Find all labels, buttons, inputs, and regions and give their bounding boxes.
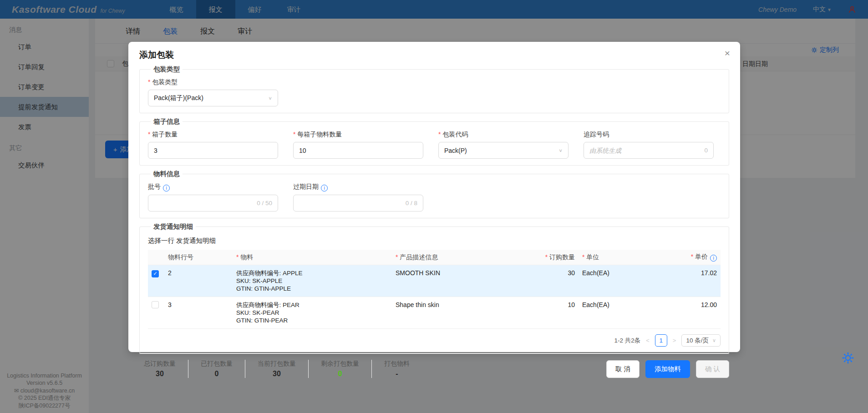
cell-line-number: 2: [164, 265, 233, 297]
select-row-hint: 选择一行 发货通知明细: [148, 237, 721, 245]
floating-settings-button[interactable]: [842, 352, 854, 366]
section-shipment-details-legend: 发货通知明细: [151, 222, 196, 231]
tracking-number-label: 追踪号码: [584, 131, 714, 139]
package-type-select[interactable]: Pack(箱子)(Pack) ∨: [148, 90, 278, 106]
shipment-details-table: 物料行号 物料 产品描述信息 订购数量 单位 单价i ✓ 2 供应商物料编号: …: [148, 250, 721, 329]
cell-line-number: 3: [164, 297, 233, 329]
table-row[interactable]: 3 供应商物料编号: PEAR SKU: SK-PEAR GTIN: GTIN-…: [148, 297, 721, 329]
cell-material: 供应商物料编号: PEAR SKU: SK-PEAR GTIN: GTIN-PE…: [233, 297, 392, 329]
confirm-button[interactable]: 确 认: [696, 360, 729, 378]
package-code-select[interactable]: Pack(P) ∨: [438, 142, 569, 159]
items-per-box-label: 每箱子物料数量: [293, 131, 423, 139]
expiry-counter: 0 / 8: [406, 200, 417, 206]
stat-packed-material: 打包物料 -: [372, 360, 422, 378]
box-count-input[interactable]: [148, 142, 278, 159]
expiry-date-label: 过期日期i: [293, 183, 423, 191]
modal-footer: 总订购数量 30 已打包数量 0 当前打包数量 30 剩余打包数量 0 打包物料…: [139, 353, 729, 378]
cell-qty: 10: [506, 297, 579, 329]
section-box-info-legend: 箱子信息: [151, 117, 183, 126]
section-package-type-legend: 包装类型: [151, 65, 183, 74]
section-package-type: 包装类型 包装类型 Pack(箱子)(Pack) ∨: [139, 65, 729, 113]
column-description: 产品描述信息: [392, 250, 506, 265]
modal-title: 添加包装: [139, 49, 729, 61]
section-shipment-details: 发货通知明细 选择一行 发货通知明细 物料行号 物料 产品描述信息 订购数量 单…: [139, 222, 729, 353]
section-box-info: 箱子信息 箱子数量 每箱子物料数量 包装代码 Pack(P) ∨ 追踪号码: [139, 117, 729, 166]
box-count-label: 箱子数量: [148, 131, 278, 139]
cell-description: SMOOTH SKIN: [392, 265, 506, 297]
prev-page-icon[interactable]: <: [645, 337, 650, 344]
column-order-qty: 订购数量: [506, 250, 579, 265]
stat-packed-qty: 已打包数量 0: [188, 360, 245, 378]
row-checkbox[interactable]: ✓: [152, 270, 159, 277]
add-material-button[interactable]: 添加物料: [645, 360, 690, 378]
pagination: 1-2 共2条 < 1 > 10 条/页∨: [148, 334, 721, 347]
chevron-down-icon: ∨: [268, 96, 272, 101]
cell-unit: Each(EA): [579, 297, 651, 329]
info-icon[interactable]: i: [321, 185, 328, 191]
chevron-down-icon: ∨: [712, 337, 716, 343]
cell-material: 供应商物料编号: APPLE SKU: SK-APPLE GTIN: GTIN-…: [233, 265, 392, 297]
row-checkbox[interactable]: [152, 301, 159, 308]
section-material-info: 物料信息 批号i 0 / 50 过期日期i 0 / 8: [139, 170, 729, 218]
info-icon[interactable]: i: [710, 255, 717, 262]
close-icon[interactable]: ×: [725, 48, 730, 58]
table-header-row: 物料行号 物料 产品描述信息 订购数量 单位 单价i: [148, 250, 721, 265]
cell-price: 12.00: [651, 297, 721, 329]
column-unit-price: 单价i: [651, 250, 721, 265]
cell-price: 17.02: [651, 265, 721, 297]
expiry-date-input[interactable]: [299, 200, 402, 207]
add-packaging-modal: 添加包装 × 包装类型 包装类型 Pack(箱子)(Pack) ∨ 箱子信息 箱…: [128, 42, 740, 352]
modal-buttons: 取 消 添加物料 确 认: [606, 360, 729, 378]
column-line-number: 物料行号: [164, 250, 233, 265]
stat-current-packing-qty: 当前打包数量 30: [245, 360, 309, 378]
info-icon[interactable]: i: [163, 185, 170, 191]
chevron-down-icon: ∨: [558, 148, 563, 153]
packing-stats: 总订购数量 30 已打包数量 0 当前打包数量 30 剩余打包数量 0 打包物料…: [139, 360, 422, 378]
cancel-button[interactable]: 取 消: [606, 360, 640, 378]
column-unit: 单位: [579, 250, 651, 265]
cell-qty: 30: [506, 265, 579, 297]
tracking-number-input[interactable]: [589, 147, 700, 154]
next-page-icon[interactable]: >: [672, 337, 677, 344]
cell-description: Shape thin skin: [392, 297, 506, 329]
batch-number-input[interactable]: [154, 200, 253, 207]
gear-icon: [842, 352, 854, 364]
column-material: 物料: [233, 250, 392, 265]
cell-unit: Each(EA): [579, 265, 651, 297]
page-size-select[interactable]: 10 条/页∨: [681, 334, 721, 347]
stat-remaining-qty: 剩余打包数量 0: [309, 360, 372, 378]
checkbox-column-header: [148, 250, 164, 265]
package-code-label: 包装代码: [438, 131, 569, 139]
pagination-total: 1-2 共2条: [614, 337, 640, 345]
batch-counter: 0 / 50: [257, 200, 272, 206]
tracking-counter: 0: [704, 147, 708, 154]
table-row[interactable]: ✓ 2 供应商物料编号: APPLE SKU: SK-APPLE GTIN: G…: [148, 265, 721, 297]
page-number[interactable]: 1: [655, 334, 667, 347]
package-type-label: 包装类型: [148, 78, 721, 86]
batch-number-label: 批号i: [148, 183, 278, 191]
stat-total-order-qty: 总订购数量 30: [139, 360, 188, 378]
items-per-box-input[interactable]: [293, 142, 423, 159]
section-material-info-legend: 物料信息: [151, 170, 183, 178]
